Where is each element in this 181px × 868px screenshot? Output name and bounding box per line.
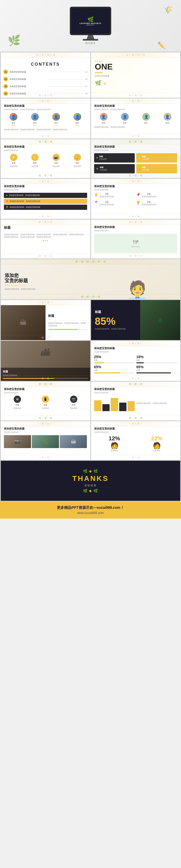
- step-text-2: 添加您宝贵的内容，添加您宝贵的内容: [9, 200, 40, 203]
- stat-12-heading: 添加您宝贵的标题: [94, 427, 177, 431]
- slide-icons-1: 🌿 ✦ 🌿 ✦ 🌿 添加您宝贵的标题 添加您宝贵的内容 👁 标题 内容说明 ⭐ …: [1, 139, 90, 178]
- icons-2-grid: 👁 标题内容说明 ⭐ 标题内容说明 📷 标题内容说明 🏆 标题内容说明: [94, 153, 177, 174]
- avatar-2-1: 👤: [100, 113, 108, 121]
- hero-label: 豹鸟图库: [85, 41, 96, 45]
- progress-content: 添加您宝贵的标题 添加您宝贵的内容 25% 标题 18% 标题: [91, 341, 180, 381]
- photo-bg-icon: 🏙: [41, 347, 50, 358]
- monitor: 🌿 LEOPARD REPORTS REPORTS: [70, 7, 111, 35]
- t-text-3: 添加内容: [70, 407, 77, 410]
- profile-row-2: 👤 姓名 👤 姓名 👤 姓名 👤 姓名: [94, 113, 177, 124]
- arrow-step-2: 📌 添加您宝贵的内容，添加您宝贵的内容: [4, 199, 87, 204]
- slide-contents: 🌸 ✦ 🌸 ✦ 🌸 ✦ 🌸 CONTENTS 01 添加您宝贵的标题 03 02…: [1, 53, 90, 98]
- info-content-2: 标题添加您宝贵的内容: [142, 193, 156, 198]
- icons-1-heading: 添加您宝贵的标题: [4, 145, 87, 149]
- t-label-2: 标题: [44, 404, 47, 406]
- map-visual: 🗺 World Map: [94, 234, 177, 253]
- profiles-2-heading: 添加您宝贵的标题: [94, 104, 177, 108]
- info-desc-4: 添加您宝贵的内容: [142, 204, 156, 206]
- info-row-4: 🏆 标题添加您宝贵的内容: [136, 201, 177, 206]
- hero-en-title: ADD YOUR TITLE: [5, 284, 90, 286]
- profile-2-1: 👤 姓名: [94, 113, 113, 124]
- icon-text-3: 内容说明: [53, 165, 60, 168]
- t-text-1: 添加内容: [14, 407, 21, 410]
- arrow-heading: 添加您宝贵的标题: [4, 185, 87, 188]
- avatar-name-3: 姓名: [54, 122, 58, 124]
- photo-heading: 标题: [48, 314, 88, 318]
- progress-heading: 添加您宝贵的标题: [94, 346, 177, 350]
- icon-box-1: 👁 标题 内容说明: [4, 154, 24, 168]
- dark-icon-1: 👁: [96, 157, 98, 159]
- prog-bar-1: [94, 362, 135, 363]
- part-desc: 添加您宝贵的标题: [95, 75, 177, 77]
- item-num-2: 02: [3, 77, 8, 82]
- info-content-1: 标题添加您宝贵的内容: [99, 193, 114, 198]
- prog-label-2: 标题: [136, 359, 177, 362]
- icons-1-subtext: 添加您宝贵的内容: [4, 149, 87, 152]
- bar-chart-visual: [94, 396, 135, 411]
- info-boxes-grid: 💡 标题添加您宝贵的内容 📌 标题添加您宝贵的内容 📍 标题添加您宝贵的内容 🏆…: [94, 193, 177, 207]
- stat-layout: 标题 85% 添加您宝贵的内容，添加您宝贵的内容 🌲: [91, 300, 180, 340]
- prog-label-4: 标题: [136, 369, 177, 372]
- stat-12-val: 12%: [109, 435, 120, 442]
- icons-2-subtext: 添加您宝贵的内容: [94, 149, 177, 152]
- step-text-1: 添加您宝贵的内容，添加您宝贵的内容: [9, 194, 40, 197]
- hero-desc: 添加您宝贵的内容，添加您宝贵的内容: [5, 288, 90, 290]
- profiles-1-subtext: 添加您宝贵的内容，添加您宝贵的内容，添加您宝贵的内容: [4, 108, 87, 111]
- slide-bar-chart: 🌿 ✦ 🌿 ✦ 🌿 添加您宝贵的标题 添加您宝贵的内容: [91, 382, 180, 421]
- text-heading: 标题: [4, 225, 87, 230]
- avatar-role-3: 职位: [54, 124, 58, 127]
- person-icon-1: 🧑: [111, 442, 118, 450]
- info-title-2: 标题: [142, 193, 156, 195]
- dark-box-text-1: 标题内容说明: [99, 155, 107, 160]
- t-icon-3: 📷 标题 添加内容: [60, 396, 87, 410]
- avatar-4: 👤: [73, 113, 81, 121]
- avatar-role-2: 职位: [33, 124, 37, 127]
- floral-top-2: 🌸 ✦ 🌸 ✦ 🌸 ✦ 🌸: [91, 53, 180, 58]
- slide-three-icons: 🌿 ✦ 🌿 ✦ 🌿 添加您宝贵的标题 添加您宝贵的内容 🖥 标题 添加内容 📱 …: [1, 382, 90, 421]
- dark-box-1: 👁 标题内容说明: [94, 153, 135, 162]
- floral-bottom-1: 🌸 ✦ 🌸 ✦ 🌸: [1, 93, 90, 98]
- avatar-name-4: 姓名: [76, 122, 79, 124]
- prog-fill-3: [94, 372, 121, 373]
- floral-bottom-11: 🌿 ✦ 🌿 ✦ 🌿 ✦ 🌿: [1, 294, 180, 299]
- avatar-2-name-4: 姓名: [166, 122, 169, 124]
- prog-val-4: 85%: [136, 365, 177, 369]
- avatar-role-4: 职位: [76, 124, 79, 127]
- yellow-icon-1: ⭐: [138, 157, 141, 159]
- floral-bottom-2: 🌸 ✦ 🌸 ✦ 🌸: [91, 93, 180, 98]
- main-container: 🌿 🌾 ✏️ 🌿 LEOPARD REPORTS REPORTS 豹鸟图库 🌸 …: [0, 0, 181, 519]
- stat-12-subtext: 添加您宝贵的内容: [94, 431, 177, 434]
- yellow-box-2: 🏆 标题内容说明: [136, 164, 177, 174]
- t-label-3: 标题: [72, 404, 76, 406]
- info-boxes-content: 添加您宝贵的标题 添加您宝贵的内容 💡 标题添加您宝贵的内容 📌 标题添加您宝贵…: [91, 179, 180, 219]
- slide-photo-text: ✦ 🌸 ✦ 🌸 ✦ 🏔 标题 添加您宝贵的内容，添加您宝贵的内容，添加您宝贵的内…: [1, 300, 90, 340]
- icon-eye: 👁: [10, 154, 17, 161]
- pg-photo-2: 🌿: [32, 435, 59, 448]
- stat-content: 标题 85% 添加您宝贵的内容，添加您宝贵的内容: [91, 300, 140, 340]
- stat-22-item: 22% 🧑 添加内容: [136, 435, 177, 452]
- bar-subtext: 添加您宝贵的内容: [94, 392, 177, 394]
- info-row-1: 💡 标题添加您宝贵的内容: [94, 193, 135, 198]
- contents-title: CONTENTS: [3, 62, 88, 67]
- floral-bottom-6: 🌿 ✦ 🌿 ✦ 🌿: [91, 173, 180, 178]
- item-page-3: 07: [85, 85, 88, 88]
- stat-heading: 标题: [95, 310, 136, 314]
- stat-number: 85%: [95, 316, 136, 327]
- three-icons-grid: 🖥 标题 添加内容 📱 标题 添加内容 📷 标题 添加内容: [4, 396, 87, 410]
- floral-bottom-16: 🌿 ✦ 🌿 ✦ 🌿: [1, 415, 90, 421]
- profiles-2-text: 添加您宝贵的内容，添加您宝贵的内容: [94, 126, 177, 128]
- bar-5: [127, 401, 135, 411]
- pencils-decoration: ✏️: [157, 41, 165, 49]
- map-content: 添加您宝贵的标题 添加您宝贵的内容 🗺 World Map: [91, 220, 180, 258]
- t-icon-monitor: 🖥: [14, 396, 21, 403]
- info-title-4: 标题: [142, 201, 156, 204]
- arrow-steps-content: 添加您宝贵的标题 添加您宝贵的内容 👁 添加您宝贵的内容，添加您宝贵的内容 📌 …: [1, 179, 90, 219]
- profiles-1-text: 添加您宝贵的内容，添加您宝贵的内容，添加您宝贵的内容，添加您宝贵的内容: [4, 128, 87, 131]
- item-page-1: 03: [85, 71, 88, 73]
- progress-grid: 25% 标题 18% 标题 65%: [94, 355, 177, 373]
- info-desc-3: 添加您宝贵的内容: [99, 204, 114, 206]
- three-icons-content: 添加您宝贵的标题 添加您宝贵的内容 🖥 标题 添加内容 📱 标题 添加内容 📷: [1, 382, 90, 421]
- monitor-screen: 🌿 LEOPARD REPORTS REPORTS: [71, 8, 110, 34]
- monitor-base: [83, 39, 98, 40]
- slide-profiles-1: ✦ 🌸 ✦ 🌸 ✦ 添加您宝贵的标题 添加您宝贵的内容，添加您宝贵的内容，添加您…: [1, 98, 90, 138]
